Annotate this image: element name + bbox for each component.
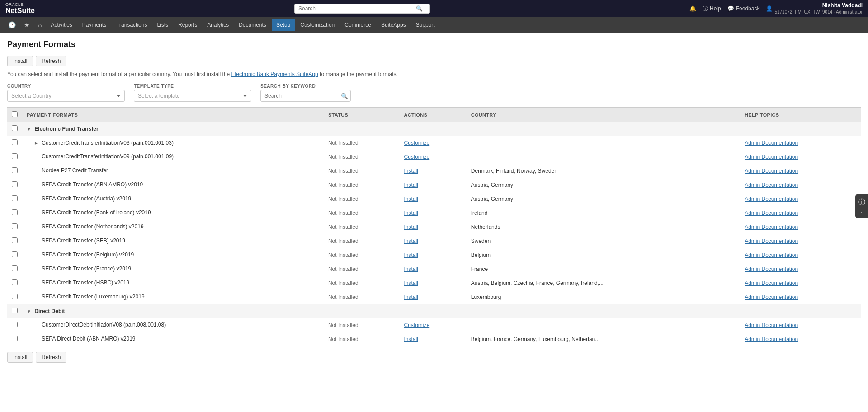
row-help: Admin Documentation bbox=[740, 164, 861, 178]
row-help-link[interactable]: Admin Documentation bbox=[745, 322, 798, 328]
install-button-bottom[interactable]: Install bbox=[7, 352, 33, 363]
row-help-link[interactable]: Admin Documentation bbox=[745, 294, 798, 300]
nav-customization[interactable]: Customization bbox=[296, 19, 339, 31]
row-checkbox[interactable] bbox=[12, 322, 18, 327]
user-menu[interactable]: 👤 Nishita Vaddadi 5171072_PM_UX_TW_9014 … bbox=[766, 2, 863, 15]
row-checkbox[interactable] bbox=[12, 195, 18, 201]
notifications-icon[interactable]: 🔔 bbox=[689, 5, 696, 12]
row-help-link[interactable]: Admin Documentation bbox=[745, 224, 798, 230]
row-checkbox[interactable] bbox=[12, 181, 18, 187]
collapse-icon[interactable]: ▼ bbox=[27, 309, 31, 314]
group-checkbox[interactable] bbox=[12, 125, 18, 131]
row-name: SEPA Credit Transfer (Austria) v2019 bbox=[42, 195, 131, 202]
row-action-link[interactable]: Customize bbox=[404, 140, 430, 146]
row-checkbox[interactable] bbox=[12, 209, 18, 215]
nav-payments[interactable]: Payments bbox=[78, 19, 111, 31]
row-help-link[interactable]: Admin Documentation bbox=[745, 182, 798, 188]
row-checkbox[interactable] bbox=[12, 237, 18, 243]
refresh-button-bottom[interactable]: Refresh bbox=[36, 352, 66, 363]
row-checkbox[interactable] bbox=[12, 336, 18, 341]
row-help-link[interactable]: Admin Documentation bbox=[745, 154, 798, 160]
table-row: SEPA Direct Debit (ABN AMRO) v2019 Not I… bbox=[7, 332, 861, 346]
nav-setup[interactable]: Setup bbox=[272, 19, 295, 31]
select-all-checkbox[interactable] bbox=[12, 111, 18, 117]
row-action-link[interactable]: Install bbox=[404, 266, 418, 272]
row-help-link[interactable]: Admin Documentation bbox=[745, 168, 798, 174]
row-checkbox[interactable] bbox=[12, 251, 18, 257]
row-action-cell: Install bbox=[400, 206, 467, 220]
nav-commerce[interactable]: Commerce bbox=[340, 19, 376, 31]
row-help-link[interactable]: Admin Documentation bbox=[745, 280, 798, 286]
row-action-link[interactable]: Install bbox=[404, 238, 418, 244]
template-select[interactable]: Select a template bbox=[134, 90, 251, 102]
row-help-link[interactable]: Admin Documentation bbox=[745, 336, 798, 342]
help-link[interactable]: ⓘ Help bbox=[703, 5, 721, 13]
row-action-link[interactable]: Customize bbox=[404, 154, 430, 160]
row-help-link[interactable]: Admin Documentation bbox=[745, 196, 798, 202]
row-checkbox[interactable] bbox=[12, 279, 18, 285]
floating-help-button[interactable]: ⓘ ⋮ bbox=[855, 194, 868, 218]
row-action-link[interactable]: Install bbox=[404, 224, 418, 230]
row-action-link[interactable]: Install bbox=[404, 294, 418, 300]
row-name: SEPA Credit Transfer (SEB) v2019 bbox=[42, 237, 125, 244]
row-indent bbox=[34, 279, 40, 286]
row-checkbox[interactable] bbox=[12, 294, 18, 299]
row-help: Admin Documentation bbox=[740, 276, 861, 290]
row-action-cell: Install bbox=[400, 262, 467, 276]
nav-lists[interactable]: Lists bbox=[152, 19, 173, 31]
row-checkbox[interactable] bbox=[12, 139, 18, 145]
row-action-link[interactable]: Install bbox=[404, 196, 418, 202]
nav-analytics[interactable]: Analytics bbox=[203, 19, 233, 31]
refresh-button-top[interactable]: Refresh bbox=[36, 56, 66, 66]
nav-suiteapps[interactable]: SuiteApps bbox=[377, 19, 410, 31]
row-checkbox[interactable] bbox=[12, 265, 18, 271]
floating-dots: ⋮ bbox=[859, 210, 864, 215]
clock-icon[interactable]: 🕐 bbox=[5, 19, 19, 31]
row-action-link[interactable]: Install bbox=[404, 182, 418, 188]
row-checkbox[interactable] bbox=[12, 167, 18, 173]
nav-bar: 🕐 ★ ⌂ Activities Payments Transactions L… bbox=[0, 17, 868, 33]
feedback-link[interactable]: 💬 Feedback bbox=[727, 5, 760, 12]
row-checkbox[interactable] bbox=[12, 153, 18, 159]
row-help-link[interactable]: Admin Documentation bbox=[745, 252, 798, 258]
nav-transactions[interactable]: Transactions bbox=[112, 19, 151, 31]
keyword-search-input[interactable] bbox=[260, 90, 351, 102]
main-content: Payment Formats Install Refresh You can … bbox=[0, 33, 868, 374]
row-help-link[interactable]: Admin Documentation bbox=[745, 238, 798, 244]
row-help-link[interactable]: Admin Documentation bbox=[745, 266, 798, 272]
row-help: Admin Documentation bbox=[740, 192, 861, 206]
row-action-link[interactable]: Install bbox=[404, 252, 418, 258]
row-help-link[interactable]: Admin Documentation bbox=[745, 140, 798, 146]
row-name: SEPA Credit Transfer (Bank of Ireland) v… bbox=[42, 209, 151, 216]
row-name-cell: SEPA Credit Transfer (HSBC) v2019 bbox=[22, 276, 324, 290]
row-indent: ► bbox=[34, 140, 40, 146]
row-action-link[interactable]: Install bbox=[404, 280, 418, 286]
row-action-cell: Install bbox=[400, 220, 467, 234]
row-action-cell: Install bbox=[400, 332, 467, 346]
row-help-link[interactable]: Admin Documentation bbox=[745, 210, 798, 216]
collapse-icon[interactable]: ▼ bbox=[27, 127, 31, 132]
expand-icon[interactable]: ► bbox=[34, 141, 38, 146]
nav-reports[interactable]: Reports bbox=[174, 19, 202, 31]
group-checkbox[interactable] bbox=[12, 308, 18, 313]
star-icon[interactable]: ★ bbox=[20, 19, 33, 31]
row-action-link[interactable]: Customize bbox=[404, 322, 430, 328]
row-checkbox[interactable] bbox=[12, 223, 18, 229]
global-search[interactable]: 🔍 bbox=[294, 4, 430, 14]
ebp-link[interactable]: Electronic Bank Payments SuiteApp bbox=[231, 71, 318, 77]
country-filter-label: COUNTRY bbox=[7, 84, 125, 89]
home-icon[interactable]: ⌂ bbox=[34, 19, 45, 31]
row-checkbox-cell bbox=[7, 220, 22, 234]
row-action-link[interactable]: Install bbox=[404, 168, 418, 174]
row-action-link[interactable]: Install bbox=[404, 336, 418, 342]
country-select[interactable]: Select a Country bbox=[7, 90, 125, 102]
row-help: Admin Documentation bbox=[740, 318, 861, 332]
nav-documents[interactable]: Documents bbox=[234, 19, 271, 31]
row-status: Not Installed bbox=[324, 262, 400, 276]
nav-activities[interactable]: Activities bbox=[46, 19, 76, 31]
group-name: Electronic Fund Transfer bbox=[34, 126, 98, 132]
nav-support[interactable]: Support bbox=[411, 19, 439, 31]
search-input[interactable] bbox=[298, 5, 416, 12]
row-action-link[interactable]: Install bbox=[404, 210, 418, 216]
install-button-top[interactable]: Install bbox=[7, 56, 33, 66]
